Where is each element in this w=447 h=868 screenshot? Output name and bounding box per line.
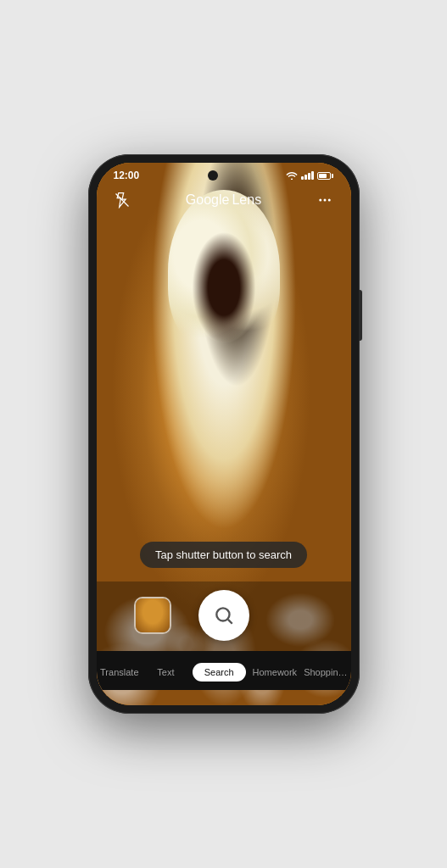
- phone-frame: 12:00: [88, 154, 360, 714]
- status-icons: [286, 171, 333, 180]
- active-tab-pill: Search: [193, 663, 246, 682]
- svg-point-4: [216, 608, 229, 620]
- camera-view: 12:00: [97, 163, 351, 705]
- hint-container: Tap shutter button to search: [97, 542, 351, 581]
- flash-button[interactable]: [110, 188, 134, 212]
- status-bar: 12:00: [97, 163, 351, 185]
- tab-homework[interactable]: Homework: [249, 662, 301, 682]
- tab-text-label: Text: [157, 667, 174, 677]
- hint-pill: Tap shutter button to search: [140, 542, 307, 568]
- controls-placeholder: [277, 597, 314, 634]
- battery-icon: [317, 172, 333, 180]
- bottom-nav: Translate Text Search Homework Shoppin…: [97, 651, 351, 690]
- more-options-icon: [317, 192, 332, 208]
- tab-homework-label: Homework: [253, 667, 298, 677]
- tab-text[interactable]: Text: [142, 662, 189, 682]
- shutter-button[interactable]: [198, 590, 249, 641]
- hint-text: Tap shutter button to search: [155, 548, 292, 561]
- signal-icon: [301, 171, 314, 180]
- tab-translate-label: Translate: [100, 667, 138, 677]
- tab-translate[interactable]: Translate: [97, 662, 143, 682]
- top-bar: Google Lens: [97, 185, 351, 219]
- svg-line-5: [227, 620, 232, 624]
- tab-search-label: Search: [204, 667, 234, 677]
- search-icon: [213, 604, 235, 626]
- tab-search[interactable]: Search: [189, 658, 249, 687]
- svg-point-3: [328, 199, 331, 202]
- tab-shopping[interactable]: Shoppin…: [300, 662, 350, 682]
- svg-point-1: [320, 199, 322, 202]
- lens-word: Lens: [232, 192, 261, 208]
- controls-bar: [97, 581, 351, 651]
- gallery-thumbnail: [136, 598, 170, 632]
- camera-notch: [208, 170, 218, 181]
- more-options-button[interactable]: [313, 188, 337, 212]
- wifi-icon: [286, 171, 298, 180]
- status-time: 12:00: [114, 170, 140, 181]
- google-word: Google: [186, 192, 230, 208]
- tab-shopping-label: Shoppin…: [304, 667, 347, 677]
- phone-screen: 12:00: [97, 163, 351, 705]
- flash-off-icon: [114, 192, 131, 209]
- app-title: Google Lens: [186, 192, 261, 208]
- svg-point-2: [324, 199, 327, 202]
- svg-line-0: [115, 194, 128, 207]
- gallery-button[interactable]: [134, 597, 171, 634]
